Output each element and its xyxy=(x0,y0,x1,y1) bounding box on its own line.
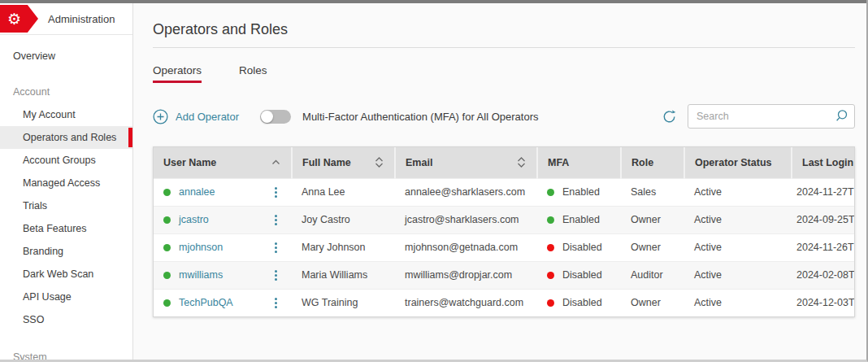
last-login-cell: 2024-02-08T1 xyxy=(792,261,854,289)
search-input[interactable] xyxy=(688,104,855,129)
sort-asc-icon xyxy=(271,159,280,165)
sidebar-section-account: Account xyxy=(0,81,132,103)
email-cell: annalee@sharklasers.com xyxy=(395,178,537,206)
operator-status-cell: Active xyxy=(684,261,792,289)
sidebar-item-sso[interactable]: SSO xyxy=(0,308,132,331)
full-name-cell: Anna Lee xyxy=(292,178,395,206)
search-icon[interactable] xyxy=(835,109,848,126)
role-cell: Owner xyxy=(621,289,684,316)
sort-both-icon xyxy=(517,157,526,168)
operator-status-cell: Active xyxy=(684,233,792,261)
sidebar-header: ⚙ Administration xyxy=(0,3,132,35)
username-link[interactable]: mjohnson xyxy=(179,242,223,253)
sidebar-menu: Overview Account My Account Operators an… xyxy=(0,35,132,362)
sidebar-item-account-groups[interactable]: Account Groups xyxy=(0,149,132,172)
email-cell: trainers@watchguard.com xyxy=(395,289,537,316)
username-link[interactable]: TechPubQA xyxy=(179,297,233,308)
table-row: TechPubQA WG Training trainers@watchguar… xyxy=(154,289,854,316)
refresh-icon xyxy=(662,109,677,124)
email-cell: jcastro@sharklasers.com xyxy=(395,206,537,233)
full-name-cell: Mary Johnson xyxy=(292,233,395,261)
mfa-cell: Disabled xyxy=(562,242,602,253)
role-cell: Sales xyxy=(621,178,684,206)
mfa-toggle-label: Multi-Factor Authentication (MFA) for Al… xyxy=(302,111,538,123)
row-menu-icon[interactable] xyxy=(273,268,279,282)
search-box xyxy=(688,104,855,129)
row-menu-icon[interactable] xyxy=(273,185,279,199)
selected-indicator xyxy=(128,128,132,147)
sidebar-item-dark-web-scan[interactable]: Dark Web Scan xyxy=(0,263,132,286)
operator-status-cell: Active xyxy=(684,178,792,206)
mfa-status-dot xyxy=(547,299,554,307)
mfa-toggle[interactable] xyxy=(260,110,291,124)
account-status-dot xyxy=(163,216,171,224)
last-login-cell: 2024-09-25T xyxy=(792,206,854,233)
last-login-cell: 2024-12-03T xyxy=(792,289,854,316)
sidebar-item-trials[interactable]: Trials xyxy=(0,194,132,217)
mfa-cell: Disabled xyxy=(562,297,602,308)
sidebar-item-branding[interactable]: Branding xyxy=(0,240,132,263)
table-row: mjohnson Mary Johnson mjohnson@getnada.c… xyxy=(154,233,854,261)
mfa-cell: Disabled xyxy=(562,269,602,281)
refresh-button[interactable] xyxy=(662,109,677,124)
account-status-dot xyxy=(163,244,171,251)
sidebar-item-managed-access[interactable]: Managed Access xyxy=(0,172,132,194)
mfa-status-dot xyxy=(547,244,554,251)
sidebar-item-overview[interactable]: Overview xyxy=(0,45,132,68)
column-header-user-name[interactable]: User Name xyxy=(154,147,292,178)
operators-table: User Name Full Name xyxy=(153,146,855,317)
full-name-cell: WG Training xyxy=(292,289,395,316)
full-name-cell: Joy Castro xyxy=(292,206,395,233)
app-window: ⚙ Administration Overview Account My Acc… xyxy=(0,0,868,362)
username-link[interactable]: mwilliams xyxy=(179,269,223,281)
sidebar-title: Administration xyxy=(48,13,115,25)
main-content: Operators and Roles Operators Roles Add … xyxy=(133,3,866,360)
operator-status-cell: Active xyxy=(684,289,792,316)
last-login-cell: 2024-11-27T xyxy=(792,178,854,206)
title-divider xyxy=(153,47,855,48)
username-link[interactable]: annalee xyxy=(179,186,215,198)
sidebar-item-operators-and-roles[interactable]: Operators and Roles xyxy=(0,126,132,149)
page-title: Operators and Roles xyxy=(153,21,855,38)
column-header-last-login[interactable]: Last Login xyxy=(792,147,854,178)
row-menu-icon[interactable] xyxy=(273,241,279,255)
last-login-cell: 2024-11-26T xyxy=(792,233,854,261)
email-cell: mjohnson@getnada.com xyxy=(395,233,537,261)
role-cell: Auditor xyxy=(621,261,684,289)
table-row: annalee Anna Lee annalee@sharklasers.com… xyxy=(154,178,854,206)
username-link[interactable]: jcastro xyxy=(179,214,209,225)
account-status-dot xyxy=(163,189,171,196)
mfa-cell: Enabled xyxy=(562,186,600,198)
table-header-row: User Name Full Name xyxy=(154,147,854,178)
add-operator-button[interactable]: Add Operator xyxy=(153,109,239,124)
column-header-role[interactable]: Role xyxy=(621,147,684,178)
column-header-mfa[interactable]: MFA xyxy=(537,147,621,178)
administration-badge: ⚙ xyxy=(0,5,38,33)
gear-icon: ⚙ xyxy=(7,11,21,27)
sort-both-icon xyxy=(375,157,384,168)
row-menu-icon[interactable] xyxy=(273,296,279,310)
sidebar-item-beta-features[interactable]: Beta Features xyxy=(0,217,132,240)
column-header-email[interactable]: Email xyxy=(395,147,537,178)
table-row: jcastro Joy Castro jcastro@sharklasers.c… xyxy=(154,206,854,233)
sidebar-item-api-usage[interactable]: API Usage xyxy=(0,286,132,308)
row-menu-icon[interactable] xyxy=(273,213,279,227)
account-status-dot xyxy=(163,299,171,307)
role-cell: Owner xyxy=(621,233,684,261)
plus-circle-icon xyxy=(153,109,168,124)
tab-operators[interactable]: Operators xyxy=(153,64,202,83)
sidebar-item-my-account[interactable]: My Account xyxy=(0,103,132,126)
account-status-dot xyxy=(163,272,171,279)
column-header-full-name[interactable]: Full Name xyxy=(292,147,395,178)
mfa-status-dot xyxy=(547,216,554,224)
tab-roles[interactable]: Roles xyxy=(239,64,267,83)
tab-bar: Operators Roles xyxy=(153,64,855,83)
mfa-status-dot xyxy=(547,189,554,196)
full-name-cell: Maria Williams xyxy=(292,261,395,289)
operator-status-cell: Active xyxy=(684,206,792,233)
table-row: mwilliams Maria Williams mwilliams@dropj… xyxy=(154,261,854,289)
column-header-operator-status[interactable]: Operator Status xyxy=(684,147,792,178)
mfa-status-dot xyxy=(547,272,554,279)
email-cell: mwilliams@dropjar.com xyxy=(395,261,537,289)
sidebar: ⚙ Administration Overview Account My Acc… xyxy=(0,3,133,360)
